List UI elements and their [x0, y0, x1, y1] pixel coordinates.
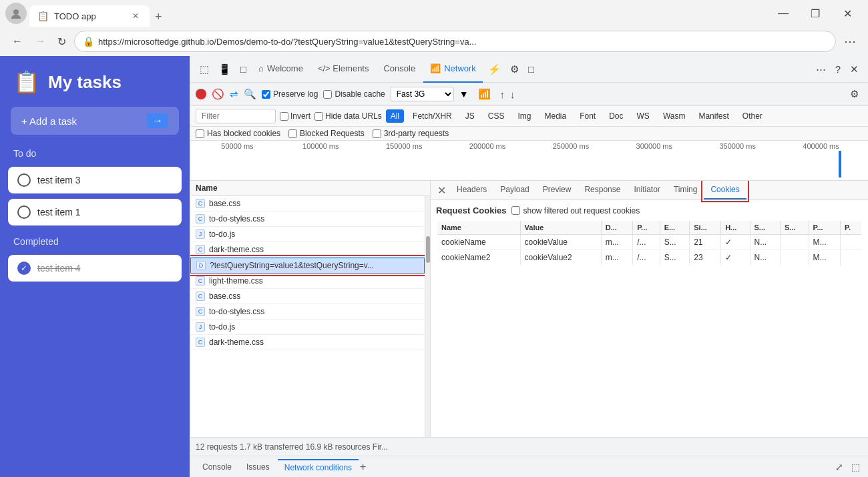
- close-detail-button[interactable]: ✕: [433, 181, 450, 199]
- type-btn-manifest[interactable]: Manifest: [694, 109, 733, 123]
- scroll-thumb[interactable]: [426, 236, 430, 263]
- type-btn-font[interactable]: Font: [575, 109, 600, 123]
- request-item[interactable]: C base.css: [190, 289, 425, 304]
- help-button[interactable]: ?: [831, 61, 845, 77]
- network-settings-button[interactable]: ⚙: [846, 85, 863, 103]
- throttle-dropdown-arrow[interactable]: ▼: [459, 89, 469, 99]
- show-filtered-checkbox[interactable]: show filtered out request cookies: [511, 206, 640, 215]
- filter-icon-button[interactable]: ⇌: [230, 88, 238, 100]
- third-party-checkbox[interactable]: 3rd-party requests: [373, 129, 449, 138]
- type-btn-media[interactable]: Media: [539, 109, 571, 123]
- upload-button[interactable]: ↑: [500, 89, 505, 100]
- task-checkbox[interactable]: [17, 205, 31, 219]
- type-btn-ws[interactable]: WS: [632, 109, 654, 123]
- task-checkbox-checked[interactable]: ✓: [17, 262, 31, 275]
- screensaver-button[interactable]: ⬚: [849, 460, 863, 474]
- cookie-s2-1: [781, 235, 809, 250]
- active-tab[interactable]: 📋 TODO app ✕: [29, 5, 150, 27]
- request-item[interactable]: J to-do.js: [190, 227, 425, 242]
- search-button[interactable]: 🔍: [244, 88, 256, 100]
- tab-console[interactable]: Console: [377, 56, 422, 83]
- close-button[interactable]: ✕: [832, 3, 863, 24]
- hide-data-urls-checkbox[interactable]: Hide data URLs: [314, 111, 382, 121]
- request-item[interactable]: C light-theme.css: [190, 274, 425, 289]
- requests-panel: Name C base.css C to-do-styles.css: [190, 181, 431, 437]
- task-item[interactable]: test item 1: [8, 199, 182, 225]
- task-item-completed[interactable]: ✓ test item 4: [8, 255, 182, 282]
- cookies-table-header-row: Name Value D... P... E... Si... H... S..…: [437, 220, 862, 235]
- add-task-button[interactable]: + Add a task →: [11, 107, 179, 135]
- type-btn-all[interactable]: All: [386, 109, 404, 123]
- task-item[interactable]: test item 3: [8, 167, 182, 193]
- detail-tab-initiator[interactable]: Initiator: [627, 181, 666, 199]
- request-item[interactable]: C dark-theme.css: [190, 242, 425, 258]
- detail-tab-payload[interactable]: Payload: [493, 181, 535, 199]
- type-btn-css[interactable]: CSS: [483, 109, 509, 123]
- completed-section-label: Completed: [0, 228, 190, 252]
- tab-network[interactable]: 📶 Network: [423, 56, 483, 83]
- url-box[interactable]: 🔒 https://microsoftedge.github.io/Demos/…: [74, 31, 836, 52]
- task-checkbox[interactable]: [17, 173, 31, 187]
- clear-button[interactable]: 🚫: [212, 88, 224, 100]
- type-btn-other[interactable]: Other: [738, 109, 767, 123]
- type-btn-js[interactable]: JS: [461, 109, 479, 123]
- new-tab-button[interactable]: +: [150, 7, 168, 27]
- task-text: test item 1: [37, 207, 81, 217]
- blocked-cookies-checkbox[interactable]: Has blocked cookies: [196, 129, 280, 138]
- close-devtools-button[interactable]: ✕: [846, 61, 863, 78]
- request-name: base.css: [209, 292, 419, 301]
- cookie-si-2: 23: [690, 250, 721, 266]
- request-item[interactable]: J to-do.js: [190, 320, 425, 335]
- device-icon-button[interactable]: 📱: [214, 61, 235, 78]
- detach-icon-button[interactable]: □: [236, 61, 250, 77]
- inspect-icon-button[interactable]: ⬚: [196, 61, 213, 78]
- preserve-log-checkbox[interactable]: Preserve log: [262, 89, 318, 99]
- add-tab-button[interactable]: +: [360, 461, 366, 473]
- maximize-button[interactable]: ❐: [800, 3, 831, 24]
- type-btn-wasm[interactable]: Wasm: [658, 109, 690, 123]
- minimize-button[interactable]: —: [768, 3, 799, 24]
- request-item[interactable]: C to-do-styles.css: [190, 304, 425, 320]
- download-button[interactable]: ↓: [510, 89, 515, 100]
- more-tools-button[interactable]: □: [524, 61, 538, 77]
- disable-cache-checkbox[interactable]: Disable cache: [323, 89, 385, 99]
- forward-button[interactable]: →: [31, 33, 49, 50]
- throttle-dropdown[interactable]: Fast 3G Slow 3G No throttling: [391, 87, 454, 101]
- record-button[interactable]: [196, 89, 206, 99]
- tab-elements[interactable]: </> Elements: [311, 56, 376, 83]
- undock-button[interactable]: ⤢: [833, 460, 846, 474]
- invert-checkbox[interactable]: Invert: [280, 111, 310, 121]
- cookie-row-2[interactable]: cookieName2 cookieValue2 m... /... S... …: [437, 250, 862, 266]
- request-item[interactable]: C base.css: [190, 196, 425, 211]
- browser-more-button[interactable]: ⋯: [840, 31, 860, 51]
- request-item[interactable]: C dark-theme.css: [190, 335, 425, 350]
- selected-request-item[interactable]: D ?testQueryString=value1&testQueryStrin…: [190, 258, 425, 274]
- bottom-tab-issues[interactable]: Issues: [240, 460, 276, 474]
- type-btn-fetch-xhr[interactable]: Fetch/XHR: [408, 109, 457, 123]
- type-btn-doc[interactable]: Doc: [604, 109, 628, 123]
- detail-tab-preview[interactable]: Preview: [536, 181, 578, 199]
- more-devtools-button[interactable]: ⋯: [812, 61, 830, 78]
- tab-close-button[interactable]: ✕: [130, 10, 142, 22]
- detail-tab-headers[interactable]: Headers: [450, 181, 493, 199]
- bottom-tab-console[interactable]: Console: [196, 460, 238, 474]
- cookie-row-1[interactable]: cookieName cookieValue m... /... S... 21…: [437, 235, 862, 250]
- detail-tab-cookies[interactable]: Cookies: [704, 181, 746, 199]
- blocked-requests-checkbox[interactable]: Blocked Requests: [288, 129, 365, 138]
- sources-icon-button[interactable]: ⚡: [484, 61, 505, 78]
- type-btn-img[interactable]: Img: [513, 109, 535, 123]
- settings-icon-button[interactable]: ⚙: [506, 61, 523, 78]
- detail-tab-timing[interactable]: Timing: [667, 181, 704, 199]
- timeline-labels: 50000 ms 100000 ms 150000 ms 200000 ms 2…: [190, 141, 868, 151]
- timeline-label-2: 100000 ms: [279, 142, 363, 150]
- request-item[interactable]: C to-do-styles.css: [190, 211, 425, 227]
- detail-tab-response[interactable]: Response: [578, 181, 627, 199]
- profile-icon[interactable]: [5, 3, 27, 24]
- request-type-icon: C: [196, 245, 205, 254]
- tab-welcome[interactable]: ⌂ Welcome: [252, 56, 310, 83]
- back-button[interactable]: ←: [8, 33, 27, 50]
- bottom-tab-network-conditions[interactable]: Network conditions: [278, 459, 359, 475]
- offline-button[interactable]: 📶: [474, 85, 495, 103]
- filter-input[interactable]: [196, 109, 276, 123]
- reload-button[interactable]: ↻: [53, 33, 70, 51]
